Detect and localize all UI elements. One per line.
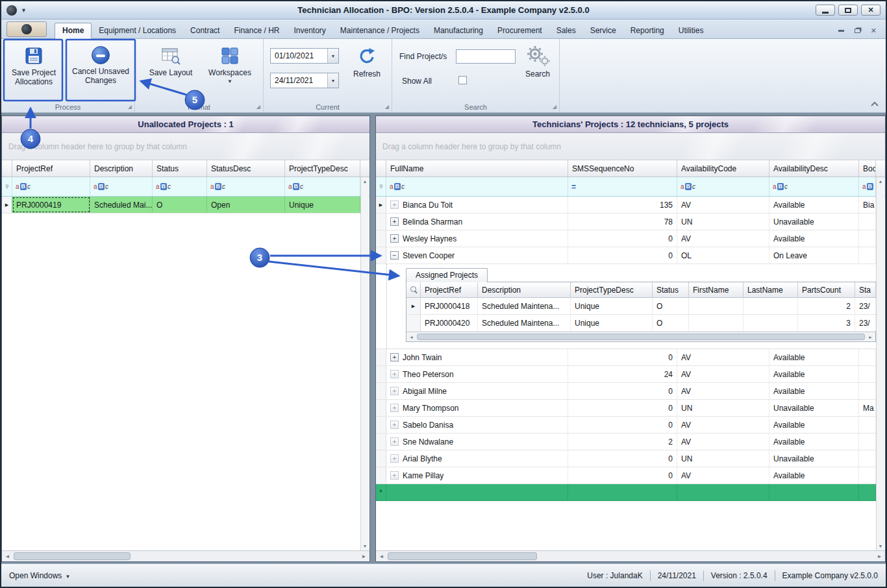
date-from-dropdown-icon[interactable]: ▼ [327,49,338,63]
assigned-project-row[interactable]: ▶ PRJ0000418 Scheduled Maintena... Uniqu… [406,298,875,315]
expand-icon[interactable]: + [390,387,399,395]
cell-availabilitycode[interactable]: OL [677,247,769,263]
cell-availabilitydesc[interactable]: Available [769,417,859,433]
dialog-launcher-icon[interactable]: ◢ [256,104,260,110]
cell-boo[interactable] [859,230,876,247]
col-projecttypedesc[interactable]: ProjectTypeDesc [571,282,653,297]
cell-sms[interactable]: 0 [568,230,677,247]
cancel-unsaved-changes-button[interactable]: Cancel Unsaved Changes [68,42,134,99]
technician-row[interactable]: +Sne Ndwalane 2 AV Available [376,434,876,450]
cell-availabilitycode[interactable]: AV [677,467,769,484]
cell-availabilitydesc[interactable]: Available [769,197,859,213]
col-sta[interactable]: Sta [855,282,876,297]
tab-maintenance-projects[interactable]: Maintenance / Projects [333,23,427,38]
cell-availabilitydesc[interactable]: Unavailable [769,400,859,416]
cell-availabilitycode[interactable]: AV [677,349,769,365]
cell-status[interactable]: O [153,197,207,213]
cell-description[interactable]: Scheduled Maintena... [478,315,571,331]
search-button[interactable]: Search [519,40,556,88]
technician-row[interactable]: +John Twain 0 AV Available [376,349,876,366]
cell-boo[interactable] [859,214,876,230]
col-projecttypedesc[interactable]: ProjectTypeDesc [285,160,360,177]
cell-sms[interactable]: 0 [568,467,677,484]
technician-row[interactable]: +Kame Pillay 0 AV Available [376,467,876,484]
scroll-up-icon[interactable]: ▲ [361,177,369,186]
dialog-launcher-icon[interactable]: ◢ [128,104,132,110]
tab-manufacturing[interactable]: Manufacturing [427,23,490,38]
cell-projecttypedesc[interactable]: Unique [285,197,360,213]
expand-icon[interactable]: + [390,421,399,429]
col-description[interactable]: Description [478,282,571,297]
col-statusdesc[interactable]: StatusDesc [207,160,285,177]
cell-availabilitydesc[interactable]: Available [769,467,859,484]
cell-firstname[interactable] [689,315,743,331]
cell-lastname[interactable] [743,298,798,314]
scroll-down-icon[interactable]: ▼ [877,542,884,550]
col-availabilitydesc[interactable]: AvailabilityDesc [769,160,859,177]
technician-row[interactable]: +Theo Peterson 24 AV Available [376,366,876,383]
technician-row-expanded[interactable]: −Steven Cooper 0 OL On Leave [376,247,876,264]
col-status[interactable]: Status [653,282,689,297]
cell-boo[interactable]: Ma [859,400,876,416]
dialog-launcher-icon[interactable]: ◢ [553,104,556,110]
new-row[interactable]: * [376,484,876,501]
cell-lastname[interactable] [743,315,798,331]
cell-boo[interactable] [859,450,876,467]
cell-boo[interactable] [859,417,876,433]
filter-fullname[interactable]: aBc [386,177,568,196]
close-button[interactable]: ✕ [861,5,881,16]
cell-availabilitycode[interactable]: AV [677,366,769,382]
assigned-projects-tab[interactable]: Assigned Projects [406,268,488,282]
detail-horizontal-scrollbar[interactable]: ◄ ► [406,332,875,341]
cell-sms[interactable]: 0 [568,383,677,399]
filter-status[interactable]: aBc [153,177,207,196]
mdi-close-icon[interactable]: ✕ [871,27,877,34]
filter-availabilitycode[interactable]: aBc [677,177,769,196]
cell-projectref[interactable]: PRJ0000420 [421,315,478,331]
col-availabilitycode[interactable]: AvailabilityCode [677,160,769,177]
cell-projecttypedesc[interactable]: Unique [571,298,653,314]
save-layout-button[interactable]: Save Layout [145,42,196,99]
col-status[interactable]: Status [153,160,207,177]
scrollbar-thumb[interactable] [388,552,537,560]
expand-icon[interactable]: + [390,471,399,480]
technician-row[interactable]: +Wesley Haynes 0 AV Available [376,230,876,247]
left-vertical-scrollbar[interactable]: ▲ ▼ [360,177,369,550]
cell-boo[interactable] [859,467,876,484]
col-firstname[interactable]: FirstName [689,282,743,297]
tab-sales[interactable]: Sales [549,23,583,38]
col-partscount[interactable]: PartsCount [798,282,855,297]
cell-firstname[interactable] [689,298,743,314]
cell-boo[interactable] [859,366,876,382]
scroll-down-icon[interactable]: ▼ [361,542,369,550]
tab-contract[interactable]: Contract [183,23,227,38]
col-lastname[interactable]: LastName [743,282,798,297]
project-row[interactable]: ▶ PRJ0000419 Scheduled Mai... O Open Uni… [2,197,360,214]
find-projects-input[interactable] [456,49,516,64]
tab-finance-hr[interactable]: Finance / HR [227,23,286,38]
expand-icon[interactable]: + [390,437,399,446]
filter-projecttypedesc[interactable]: aBc [285,177,360,196]
scroll-right-icon[interactable]: ► [866,332,875,341]
filter-description[interactable]: aBc [90,177,153,196]
tab-home[interactable]: Home [55,23,92,39]
detail-search-header[interactable] [406,282,421,297]
scrollbar-thumb[interactable] [14,552,131,560]
tab-equipment-locations[interactable]: Equipment / Locations [92,23,183,38]
cell-availabilitydesc[interactable]: Available [769,383,859,399]
workspaces-button[interactable]: Workspaces ▼ [204,42,256,99]
tab-inventory[interactable]: Inventory [286,23,332,38]
mdi-minimize-icon[interactable] [838,30,844,32]
expand-icon[interactable]: + [390,201,399,209]
cell-sms[interactable]: 0 [568,247,677,263]
show-all-checkbox[interactable] [458,76,467,84]
cell-sms[interactable]: 24 [568,366,677,382]
scroll-right-icon[interactable]: ► [874,551,885,561]
col-fullname[interactable]: FullName [386,160,568,177]
filter-availabilitydesc[interactable]: aBc [769,177,859,196]
cell-sms[interactable]: 0 [568,417,677,433]
cell-sta[interactable]: 23/ [855,298,876,314]
technician-row[interactable]: +Sabelo Danisa 0 AV Available [376,417,876,434]
minimize-button[interactable] [816,5,835,16]
expand-icon[interactable]: + [390,353,399,361]
